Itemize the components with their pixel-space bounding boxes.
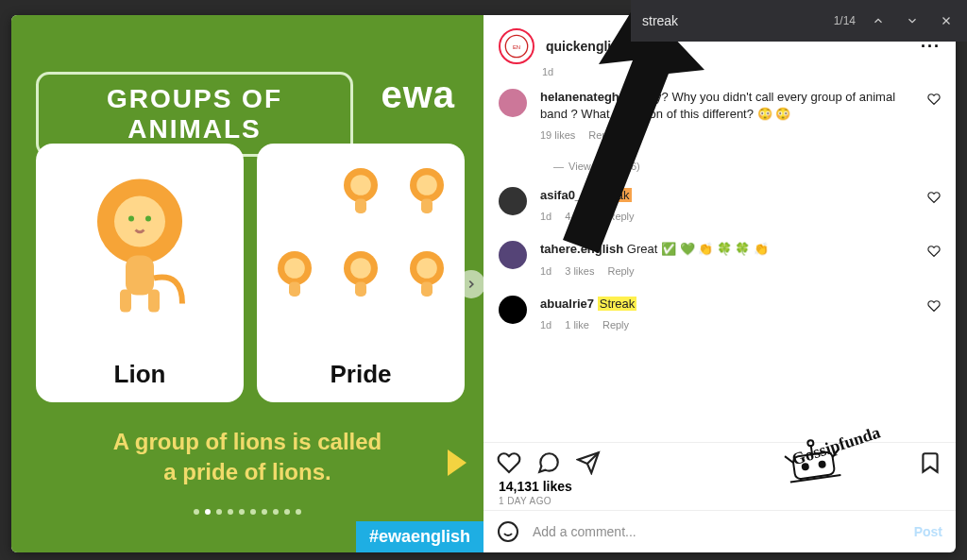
find-input[interactable] <box>640 12 823 29</box>
comment-row: abualrie7 Streak1d1 likeReply <box>499 296 941 333</box>
comment-text: Great ✅ 💚 👏 🍀 🍀 👏 <box>627 242 769 256</box>
comment-text: Streak <box>598 297 637 311</box>
find-prev-button[interactable] <box>867 9 890 32</box>
svg-point-22 <box>416 175 437 195</box>
card-lion-label: Lion <box>114 360 166 389</box>
svg-point-13 <box>128 216 134 222</box>
comment-like-button[interactable] <box>927 299 941 313</box>
comment-body: abualrie7 Streak1d1 likeReply <box>540 296 920 333</box>
comment-username[interactable]: tahere.english <box>540 242 623 256</box>
comment-avatar[interactable] <box>499 187 527 215</box>
like-button[interactable] <box>497 450 521 475</box>
svg-rect-3 <box>792 451 835 480</box>
comment-row: tahere.english Great ✅ 💚 👏 🍀 🍀 👏1d3 like… <box>499 241 941 279</box>
card-pride-label: Pride <box>330 360 391 389</box>
find-match-count: 1/14 <box>834 14 856 27</box>
comment-row: helanenategheh Why? Why you didn't call … <box>499 89 941 144</box>
comment-like-button[interactable] <box>927 191 941 204</box>
comment-username[interactable]: helanenategheh <box>540 90 634 104</box>
save-button[interactable] <box>918 450 942 475</box>
comment-username[interactable]: abualrie7 <box>540 297 594 311</box>
card-pride: Pride <box>257 144 465 402</box>
svg-point-4 <box>802 464 808 470</box>
pride-grid <box>266 161 455 319</box>
post-media[interactable]: GROUPS OF ANIMALS ewa Lion <box>11 15 484 552</box>
post-age: 1d <box>542 66 956 77</box>
comment-likes[interactable]: 4 likes <box>565 211 594 222</box>
caption-line-2: a pride of lions. <box>163 459 331 484</box>
poster-hashtag: #ewaenglish <box>356 521 484 552</box>
comment-age: 1d <box>540 211 551 222</box>
comment-like-button[interactable] <box>927 245 941 258</box>
svg-point-5 <box>819 461 825 467</box>
comment-avatar[interactable] <box>499 296 527 324</box>
comment-input[interactable] <box>531 523 914 540</box>
find-in-page-bar: 1/14 <box>631 0 967 42</box>
author-avatar[interactable]: EN <box>499 28 534 64</box>
comment-like-button[interactable] <box>927 93 941 106</box>
comment-avatar[interactable] <box>499 89 527 117</box>
comment-body: helanenategheh Why? Why you didn't call … <box>540 89 920 144</box>
svg-point-25 <box>284 258 305 279</box>
svg-rect-32 <box>421 281 433 297</box>
svg-text:EN: EN <box>513 44 520 50</box>
poster-caption: A group of lions is called a pride of li… <box>11 427 484 488</box>
svg-rect-15 <box>126 256 154 296</box>
poster-brand: ewa <box>381 74 455 116</box>
like-count[interactable]: 14,131 likes <box>484 479 956 494</box>
svg-rect-23 <box>421 198 433 213</box>
lion-icon <box>69 162 211 323</box>
comment-likes[interactable]: 3 likes <box>565 265 594 277</box>
comment-likes[interactable]: 1 like <box>565 319 589 331</box>
comment-reply-button[interactable]: Reply <box>607 211 634 222</box>
find-next-button[interactable] <box>901 9 924 32</box>
comment-text: Streak <box>592 188 632 202</box>
watermark-robot-icon <box>777 433 849 488</box>
card-lion: Lion <box>36 144 244 402</box>
comment-avatar[interactable] <box>499 241 527 269</box>
post-comment-button[interactable]: Post <box>914 524 942 539</box>
carousel-next-button[interactable] <box>457 270 484 298</box>
svg-rect-20 <box>355 198 366 213</box>
poster-card: GROUPS OF ANIMALS ewa Lion <box>11 15 484 552</box>
comments-list[interactable]: helanenategheh Why? Why you didn't call … <box>484 77 956 442</box>
caption-line-1: A group of lions is called <box>113 429 382 454</box>
svg-rect-29 <box>355 281 366 297</box>
comment-body: tahere.english Great ✅ 💚 👏 🍀 🍀 👏1d3 like… <box>540 241 920 279</box>
comment-body: asifa0_0 Streak1d4 likesReply <box>540 187 920 225</box>
svg-point-12 <box>114 196 165 247</box>
play-triangle-icon <box>448 450 467 476</box>
svg-rect-26 <box>289 281 300 297</box>
svg-line-8 <box>785 455 793 464</box>
comment-button[interactable] <box>536 450 561 475</box>
comment-age: 1d <box>540 265 551 277</box>
svg-line-9 <box>832 449 840 457</box>
svg-point-19 <box>350 175 371 195</box>
comment-reply-button[interactable]: Reply <box>602 319 629 331</box>
comment-username[interactable]: asifa0_0 <box>540 188 588 202</box>
share-button[interactable] <box>576 450 601 475</box>
post-timestamp: 1 DAY AGO <box>484 496 956 506</box>
svg-point-7 <box>807 440 814 447</box>
post-actions <box>484 442 956 477</box>
svg-point-28 <box>350 258 371 279</box>
svg-point-37 <box>499 522 517 541</box>
add-comment-row: Post <box>484 510 956 552</box>
comment-row: asifa0_0 Streak1d4 likesReply <box>499 187 941 225</box>
carousel-dots <box>11 509 484 515</box>
comment-reply-button[interactable]: Reply <box>588 129 615 141</box>
svg-rect-16 <box>120 290 131 313</box>
comment-age: 1d <box>540 319 551 331</box>
svg-point-14 <box>145 216 151 222</box>
svg-rect-17 <box>148 290 160 313</box>
view-replies-button[interactable]: View replies (6) <box>553 161 941 172</box>
find-close-button[interactable] <box>935 9 958 32</box>
comment-reply-button[interactable]: Reply <box>607 265 634 277</box>
svg-point-31 <box>416 258 437 279</box>
post-details: EN quickenglishfluency ··· 1d helanenate… <box>484 15 956 552</box>
comment-likes[interactable]: 19 likes <box>540 129 575 141</box>
emoji-picker-button[interactable] <box>497 520 519 543</box>
